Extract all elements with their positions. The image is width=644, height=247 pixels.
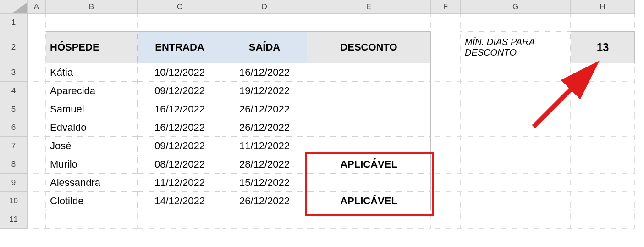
cell-A2[interactable] (28, 31, 46, 63)
cell-desconto[interactable] (307, 100, 431, 118)
cell-F4[interactable] (431, 82, 461, 100)
cell-F8[interactable] (431, 155, 461, 174)
cell-entrada[interactable]: 09/12/2022 (138, 137, 222, 155)
select-all-corner[interactable] (0, 0, 28, 14)
min-days-value[interactable]: 13 (571, 31, 635, 63)
row-header-5[interactable]: 5 (0, 100, 28, 118)
cell-A4[interactable] (28, 82, 46, 100)
cell-H6[interactable] (571, 118, 635, 137)
cell-E1[interactable] (307, 14, 431, 31)
column-header-A[interactable]: A (28, 0, 46, 14)
cell-desconto[interactable] (307, 118, 431, 137)
cell-desconto[interactable]: APLICÁVEL (307, 192, 431, 210)
cell-entrada[interactable]: 11/12/2022 (138, 174, 222, 192)
cell-H4[interactable] (571, 82, 635, 100)
cell-F1[interactable] (431, 14, 461, 31)
cell-entrada[interactable]: 16/12/2022 (138, 118, 222, 137)
cell-A10[interactable] (28, 192, 46, 210)
cell-A6[interactable] (28, 118, 46, 137)
cell-G9[interactable] (461, 174, 571, 192)
cell-hospede[interactable]: Edvaldo (46, 118, 138, 137)
cell-G7[interactable] (461, 137, 571, 155)
cell-F3[interactable] (431, 63, 461, 82)
table-header-entrada[interactable]: ENTRADA (138, 31, 222, 63)
column-header-E[interactable]: E (307, 0, 431, 14)
cell-G1[interactable] (461, 14, 571, 31)
table-header-hospede[interactable]: HÓSPEDE (46, 31, 138, 63)
cell-A1[interactable] (28, 14, 46, 31)
cell-G11[interactable] (461, 210, 571, 229)
cell-G8[interactable] (461, 155, 571, 174)
cell-H1[interactable] (571, 14, 635, 31)
cell-saida[interactable]: 16/12/2022 (222, 63, 307, 82)
cell-A8[interactable] (28, 155, 46, 174)
cell-H3[interactable] (571, 63, 635, 82)
cell-hospede[interactable]: José (46, 137, 138, 155)
cell-G4[interactable] (461, 82, 571, 100)
column-header-D[interactable]: D (222, 0, 307, 14)
row-header-2[interactable]: 2 (0, 31, 28, 63)
cell-entrada[interactable]: 16/12/2022 (138, 100, 222, 118)
row-header-7[interactable]: 7 (0, 137, 28, 155)
cell-hospede[interactable]: Kátia (46, 63, 138, 82)
cell-F9[interactable] (431, 174, 461, 192)
row-header-8[interactable]: 8 (0, 155, 28, 174)
cell-saida[interactable]: 15/12/2022 (222, 174, 307, 192)
cell-G5[interactable] (461, 100, 571, 118)
cell-saida[interactable]: 26/12/2022 (222, 118, 307, 137)
cell-F5[interactable] (431, 100, 461, 118)
cell-E11[interactable] (307, 210, 431, 229)
column-header-C[interactable]: C (138, 0, 222, 14)
cell-A7[interactable] (28, 137, 46, 155)
cell-desconto[interactable] (307, 137, 431, 155)
cell-H11[interactable] (571, 210, 635, 229)
column-header-F[interactable]: F (431, 0, 461, 14)
cell-desconto[interactable]: APLICÁVEL (307, 155, 431, 174)
cell-A9[interactable] (28, 174, 46, 192)
cell-A11[interactable] (28, 210, 46, 229)
cell-B1[interactable] (46, 14, 138, 31)
cell-saida[interactable]: 11/12/2022 (222, 137, 307, 155)
cell-entrada[interactable]: 10/12/2022 (138, 63, 222, 82)
cell-C11[interactable] (138, 210, 222, 229)
cell-C1[interactable] (138, 14, 222, 31)
cell-F7[interactable] (431, 137, 461, 155)
cell-entrada[interactable]: 08/12/2022 (138, 155, 222, 174)
cell-H9[interactable] (571, 174, 635, 192)
cell-G10[interactable] (461, 192, 571, 210)
table-header-saida[interactable]: SAÍDA (222, 31, 307, 63)
column-header-B[interactable]: B (46, 0, 138, 14)
cell-D1[interactable] (222, 14, 307, 31)
cell-G3[interactable] (461, 63, 571, 82)
row-header-3[interactable]: 3 (0, 63, 28, 82)
row-header-4[interactable]: 4 (0, 82, 28, 100)
cell-saida[interactable]: 28/12/2022 (222, 155, 307, 174)
cell-desconto[interactable] (307, 82, 431, 100)
cell-hospede[interactable]: Clotilde (46, 192, 138, 210)
cell-F6[interactable] (431, 118, 461, 137)
row-header-10[interactable]: 10 (0, 192, 28, 210)
column-header-G[interactable]: G (461, 0, 571, 14)
cell-F2[interactable] (431, 31, 461, 63)
cell-saida[interactable]: 26/12/2022 (222, 100, 307, 118)
row-header-1[interactable]: 1 (0, 14, 28, 31)
cell-entrada[interactable]: 14/12/2022 (138, 192, 222, 210)
cell-hospede[interactable]: Alessandra (46, 174, 138, 192)
table-header-desconto[interactable]: DESCONTO (307, 31, 431, 63)
row-header-6[interactable]: 6 (0, 118, 28, 137)
row-header-11[interactable]: 11 (0, 210, 28, 229)
cell-D11[interactable] (222, 210, 307, 229)
cell-A3[interactable] (28, 63, 46, 82)
cell-H7[interactable] (571, 137, 635, 155)
cell-desconto[interactable] (307, 174, 431, 192)
cell-saida[interactable]: 26/12/2022 (222, 192, 307, 210)
cell-entrada[interactable]: 09/12/2022 (138, 82, 222, 100)
cell-F10[interactable] (431, 192, 461, 210)
column-header-H[interactable]: H (571, 0, 635, 14)
cell-hospede[interactable]: Murilo (46, 155, 138, 174)
cell-saida[interactable]: 19/12/2022 (222, 82, 307, 100)
cell-H5[interactable] (571, 100, 635, 118)
cell-H8[interactable] (571, 155, 635, 174)
cell-F11[interactable] (431, 210, 461, 229)
cell-B11[interactable] (46, 210, 138, 229)
